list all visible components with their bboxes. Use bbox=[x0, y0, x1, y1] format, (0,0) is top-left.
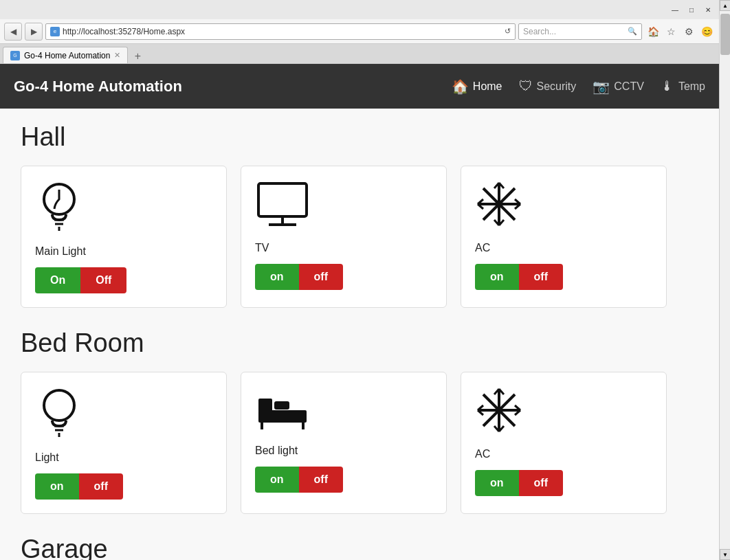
toggle-off-bed-ac[interactable]: off bbox=[519, 470, 563, 496]
smiley-icon: 😊 bbox=[698, 23, 715, 40]
toggle-off-hall-ac[interactable]: off bbox=[519, 264, 563, 290]
device-card-bed-ac: AC on off bbox=[461, 372, 667, 514]
titlebar-buttons: — □ ✕ bbox=[670, 4, 714, 15]
device-name-bed-bed: Bed light bbox=[255, 445, 298, 457]
search-bar[interactable]: Search... 🔍 bbox=[518, 23, 642, 40]
toggle-group-bed-ac: on off bbox=[475, 470, 563, 496]
scrollbar-arrow-up[interactable]: ▲ bbox=[720, 0, 730, 11]
toggle-on-bed-ac[interactable]: on bbox=[475, 470, 519, 496]
toggle-group-bed-light: on off bbox=[35, 473, 123, 500]
browser-titlebar: — □ ✕ bbox=[0, 0, 719, 19]
toggle-on-hall-ac[interactable]: on bbox=[475, 264, 519, 290]
toolbar-icons: 🏠 ☆ ⚙ 😊 bbox=[645, 23, 715, 40]
settings-icon[interactable]: ⚙ bbox=[681, 23, 697, 40]
search-icon: 🔍 bbox=[628, 27, 637, 36]
snowflake-icon-hall bbox=[475, 180, 523, 235]
nav-label-temp: Temp bbox=[678, 80, 705, 93]
back-button[interactable]: ◀ bbox=[4, 23, 22, 41]
toggle-group-hall-light: On Off bbox=[35, 267, 126, 293]
svg-rect-25 bbox=[274, 401, 289, 410]
close-button[interactable]: ✕ bbox=[703, 4, 714, 15]
bed-icon bbox=[255, 386, 310, 438]
svg-rect-24 bbox=[258, 399, 272, 412]
maximize-button[interactable]: □ bbox=[686, 4, 697, 15]
new-tab-button[interactable]: + bbox=[131, 49, 144, 63]
nav-item-home[interactable]: 🏠 Home bbox=[452, 76, 502, 98]
content-area: Hall bbox=[0, 109, 719, 560]
device-name-hall-light: Main Light bbox=[35, 245, 86, 258]
light-bulb-icon bbox=[35, 180, 83, 238]
device-card-hall-ac: AC on off bbox=[461, 166, 667, 308]
toggle-on-hall-light[interactable]: On bbox=[35, 267, 80, 293]
device-card-hall-tv: TV on off bbox=[241, 166, 447, 308]
toggle-group-hall-ac: on off bbox=[475, 264, 563, 290]
temp-nav-icon: 🌡 bbox=[661, 78, 674, 94]
tab-favicon: G bbox=[10, 51, 20, 60]
address-text: http://localhost:35278/Home.aspx bbox=[63, 27, 502, 36]
device-name-bed-light: Light bbox=[35, 451, 59, 464]
search-placeholder: Search... bbox=[523, 27, 628, 36]
nav-label-home: Home bbox=[473, 80, 502, 93]
nav-label-cctv: CCTV bbox=[614, 80, 644, 93]
forward-button[interactable]: ▶ bbox=[25, 23, 43, 41]
browser-tab-active[interactable]: G Go-4 Home Automation ✕ bbox=[3, 47, 128, 63]
nav-item-security[interactable]: 🛡 Security bbox=[519, 76, 577, 97]
minimize-button[interactable]: — bbox=[670, 4, 681, 15]
refresh-button[interactable]: ↺ bbox=[505, 27, 511, 36]
toggle-group-bed-bed: on off bbox=[255, 467, 343, 493]
svg-point-19 bbox=[44, 390, 74, 421]
scrollbar-arrow-down[interactable]: ▼ bbox=[720, 549, 730, 560]
nav-item-temp[interactable]: 🌡 Temp bbox=[661, 76, 705, 97]
address-favicon: e bbox=[50, 27, 60, 36]
bedroom-cards-row: Light on off bbox=[21, 372, 698, 514]
toggle-on-bed-light[interactable]: on bbox=[35, 473, 79, 500]
browser-chrome: — □ ✕ ◀ ▶ e http://localhost:35278/Home.… bbox=[0, 0, 719, 64]
scrollbar-thumb[interactable] bbox=[720, 14, 730, 55]
device-name-bed-ac: AC bbox=[475, 448, 490, 460]
browser-tab-bar: G Go-4 Home Automation ✕ + bbox=[0, 44, 719, 63]
app-title: Go-4 Home Automation bbox=[14, 78, 452, 96]
device-name-hall-tv: TV bbox=[255, 242, 269, 254]
toggle-on-hall-tv[interactable]: on bbox=[255, 264, 299, 290]
light-bulb-icon-bed bbox=[35, 386, 83, 445]
nav-label-security: Security bbox=[537, 80, 577, 93]
tv-icon bbox=[255, 180, 310, 235]
cctv-nav-icon: 📷 bbox=[593, 78, 610, 95]
section-title-hall: Hall bbox=[21, 122, 698, 152]
toggle-on-bed-bed[interactable]: on bbox=[255, 467, 299, 493]
toggle-off-hall-tv[interactable]: off bbox=[299, 264, 343, 290]
device-card-hall-light: Main Light On Off bbox=[21, 166, 227, 308]
hall-cards-row: Main Light On Off bbox=[21, 166, 698, 308]
section-title-garage: Garage bbox=[21, 535, 698, 560]
home-nav-icon: 🏠 bbox=[452, 78, 469, 95]
toggle-off-bed-bed[interactable]: off bbox=[299, 467, 343, 493]
section-title-bedroom: Bed Room bbox=[21, 328, 698, 358]
app-nav: Go-4 Home Automation 🏠 Home 🛡 Security 📷… bbox=[0, 64, 719, 109]
nav-items: 🏠 Home 🛡 Security 📷 CCTV 🌡 Temp bbox=[452, 76, 705, 98]
scrollbar-track: ▲ ▼ bbox=[719, 0, 730, 560]
nav-item-cctv[interactable]: 📷 CCTV bbox=[593, 76, 644, 98]
page-wrapper: — □ ✕ ◀ ▶ e http://localhost:35278/Home.… bbox=[0, 0, 730, 560]
snowflake-icon-bed bbox=[475, 386, 523, 441]
device-name-hall-ac: AC bbox=[475, 242, 490, 254]
device-card-bed-bed: Bed light on off bbox=[241, 372, 447, 514]
tab-close-button[interactable]: ✕ bbox=[114, 51, 120, 60]
toggle-group-hall-tv: on off bbox=[255, 264, 343, 290]
star-icon[interactable]: ☆ bbox=[663, 23, 679, 40]
toggle-off-hall-light[interactable]: Off bbox=[80, 267, 126, 293]
svg-rect-4 bbox=[258, 183, 307, 216]
main-content: — □ ✕ ◀ ▶ e http://localhost:35278/Home.… bbox=[0, 0, 719, 560]
tab-title: Go-4 Home Automation bbox=[24, 51, 110, 60]
device-card-bed-light: Light on off bbox=[21, 372, 227, 514]
browser-toolbar: ◀ ▶ e http://localhost:35278/Home.aspx ↺… bbox=[0, 19, 719, 44]
security-nav-icon: 🛡 bbox=[519, 78, 533, 94]
home-toolbar-icon[interactable]: 🏠 bbox=[645, 23, 661, 40]
toggle-off-bed-light[interactable]: off bbox=[79, 473, 123, 500]
app-container: Go-4 Home Automation 🏠 Home 🛡 Security 📷… bbox=[0, 64, 719, 560]
address-bar[interactable]: e http://localhost:35278/Home.aspx ↺ bbox=[45, 23, 516, 40]
